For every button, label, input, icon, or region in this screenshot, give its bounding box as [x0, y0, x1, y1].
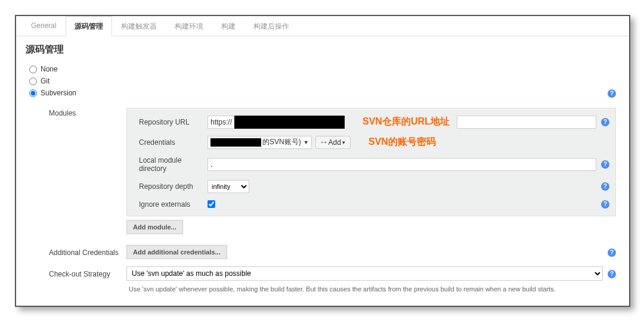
radio-none[interactable] [29, 66, 37, 73]
add-cred-label: Add [329, 138, 341, 147]
tab-post[interactable]: 构建后操作 [244, 16, 298, 36]
radio-row-git: Git [29, 75, 616, 87]
repo-url-input[interactable]: https:// [208, 116, 345, 129]
key-icon: ⊶ [321, 139, 327, 145]
svn-config-area: Modules Repository URL https:// SVN仓库的UR… [16, 102, 629, 307]
section-heading: 源码管理 [16, 36, 629, 61]
add-additional-credentials-button[interactable]: Add additional credentials... [126, 245, 227, 259]
local-dir-row: Local module directory ? [133, 153, 615, 176]
checkout-strategy-select[interactable]: Use 'svn update' as much as possible [126, 266, 603, 281]
tab-bar: General 源码管理 构建触发器 构建环境 构建 构建后操作 [16, 16, 629, 36]
tab-env[interactable]: 构建环境 [166, 16, 212, 36]
radio-row-svn: Subversion ? [29, 87, 616, 100]
depth-select[interactable]: infinity [208, 180, 249, 193]
tab-general[interactable]: General [22, 16, 66, 36]
quiet-checkout-checkbox[interactable] [126, 306, 134, 307]
strategy-description: Use 'svn update' whenever possible, maki… [126, 281, 603, 295]
help-icon[interactable]: ? [608, 248, 616, 257]
repo-url-field-extend[interactable] [457, 116, 596, 129]
repo-url-prefix: https:// [208, 116, 234, 129]
credentials-select[interactable]: 的SVN账号) ▼ [208, 136, 312, 149]
add-module-button[interactable]: Add module... [126, 220, 183, 234]
module-block: Repository URL https:// SVN仓库的URL地址 ? [126, 108, 616, 216]
modules-label: Modules [49, 105, 126, 117]
tab-scm[interactable]: 源码管理 [66, 16, 112, 36]
repo-url-label: Repository URL [139, 118, 208, 126]
local-dir-label: Local module directory [139, 156, 208, 173]
checkout-strategy-label: Check-out Strategy [49, 266, 126, 278]
tab-triggers[interactable]: 构建触发器 [112, 16, 166, 36]
credentials-redacted [210, 138, 261, 147]
repo-url-redacted [234, 116, 345, 129]
radio-svn-label: Subversion [41, 89, 76, 97]
checkout-strategy-row: Check-out Strategy Use 'svn update' as m… [49, 263, 616, 299]
add-credentials-button[interactable]: ⊶ Add ▾ [315, 136, 351, 149]
scm-radio-group: None Git Subversion ? [16, 61, 629, 102]
help-icon[interactable]: ? [601, 200, 609, 209]
quiet-checkout-row: Quiet check-out ? [49, 299, 616, 307]
help-icon[interactable]: ? [608, 270, 616, 278]
chevron-down-icon: ▾ [342, 139, 345, 145]
radio-row-none: None [29, 63, 616, 75]
help-icon[interactable]: ? [601, 160, 609, 169]
annotation-credentials: SVN的账号密码 [369, 136, 436, 148]
modules-row: Modules Repository URL https:// SVN仓库的UR… [49, 102, 616, 241]
additional-cred-label: Additional Credentials [49, 245, 126, 257]
help-icon[interactable]: ? [601, 182, 609, 191]
additional-credentials-row: Additional Credentials Add additional cr… [49, 241, 616, 263]
help-icon[interactable]: ? [608, 89, 616, 98]
credentials-row: Credentials 的SVN账号) ▼ ⊶ Add [133, 132, 615, 153]
radio-none-label: None [41, 65, 58, 73]
config-window: General 源码管理 构建触发器 构建环境 构建 构建后操作 源码管理 No… [15, 15, 630, 307]
radio-git-label: Git [41, 77, 49, 85]
repo-url-row: Repository URL https:// SVN仓库的URL地址 ? [133, 112, 615, 132]
annotation-repo-url: SVN仓库的URL地址 [363, 116, 450, 128]
depth-row: Repository depth infinity ? [133, 176, 615, 197]
radio-git[interactable] [29, 77, 37, 85]
radio-subversion[interactable] [29, 89, 37, 97]
help-icon[interactable]: ? [608, 306, 616, 307]
depth-label: Repository depth [139, 182, 208, 191]
credentials-label: Credentials [139, 138, 208, 147]
chevron-down-icon: ▼ [304, 139, 309, 145]
help-icon[interactable]: ? [601, 118, 609, 126]
local-dir-input[interactable] [208, 158, 596, 171]
credentials-suffix: 的SVN账号) [262, 137, 301, 147]
ignore-externals-row: Ignore externals ? [133, 197, 615, 212]
ignore-externals-checkbox[interactable] [208, 200, 215, 208]
tab-build[interactable]: 构建 [212, 16, 244, 36]
ignore-ext-label: Ignore externals [139, 200, 208, 209]
quiet-checkout-label: Quiet check-out [49, 302, 126, 307]
